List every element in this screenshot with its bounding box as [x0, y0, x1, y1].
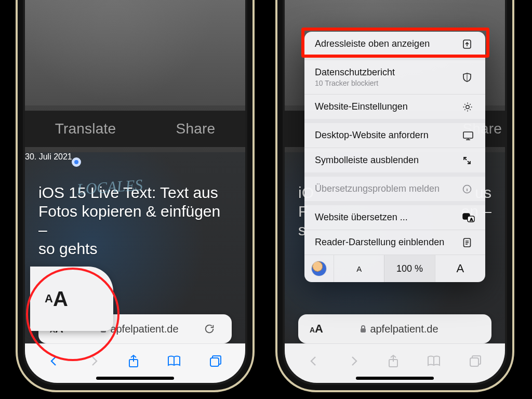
back-button [308, 355, 320, 367]
svg-rect-14 [470, 358, 478, 366]
share-button[interactable]: Share [176, 121, 216, 137]
share-icon [127, 354, 140, 368]
phone-left: Translate Share iOS 15 Live Text: Text a… [16, 0, 255, 392]
page-settings-aa-button[interactable]: AA [298, 322, 335, 336]
chevron-right-icon [88, 355, 100, 367]
svg-rect-5 [463, 132, 473, 138]
book-icon [167, 355, 181, 367]
chevron-left-icon [48, 355, 60, 367]
svg-point-4 [466, 105, 469, 108]
book-icon [427, 355, 441, 367]
profile-avatar[interactable] [304, 255, 334, 282]
page-settings-menu: Adressleiste oben anzeigen Datenschutzbe… [304, 32, 485, 282]
bookmarks-button[interactable] [167, 355, 181, 367]
action-band: Translate Share [25, 111, 245, 147]
lock-icon [360, 325, 367, 333]
chevron-right-icon [348, 355, 360, 367]
zoom-decrease[interactable]: A [334, 255, 384, 282]
menu-item-translate-website[interactable]: Website übersetzen ... 文 A [304, 201, 485, 230]
tabs-icon [209, 354, 222, 368]
info-icon [462, 184, 476, 194]
share-button-toolbar[interactable] [127, 354, 140, 368]
page-settings-aa-button-enlarged[interactable]: AA [30, 267, 113, 331]
reader-icon [462, 237, 476, 248]
forward-button [88, 355, 100, 367]
home-indicator [96, 377, 174, 380]
move-to-top-icon [462, 39, 476, 49]
svg-rect-12 [361, 328, 366, 332]
menu-item-address-bar-top[interactable]: Adressleiste oben anzeigen [304, 32, 485, 56]
translate-icon: 文 A [462, 213, 476, 222]
home-indicator [356, 377, 434, 380]
share-button-toolbar [387, 354, 400, 368]
reload-icon [204, 323, 215, 335]
address-bar[interactable]: AA apfelpatient.de · [298, 314, 491, 343]
phone-right: . Share iO us F en – s Adressleiste obe [275, 0, 514, 392]
svg-text:A: A [470, 217, 473, 221]
expand-icon [462, 156, 476, 165]
bookmarks-button [427, 355, 441, 367]
bottom-toolbar [285, 343, 505, 383]
forward-button [348, 355, 360, 367]
tabs-button [469, 354, 482, 368]
svg-rect-13 [389, 360, 397, 367]
hero-image [25, 0, 245, 105]
zoom-increase[interactable]: A [435, 255, 485, 282]
menu-item-privacy-report[interactable]: Datenschutzbericht 10 Tracker blockiert [304, 56, 485, 94]
url-display[interactable]: apfelpatient.de [335, 323, 463, 335]
tabs-icon [469, 354, 482, 368]
tabs-button[interactable] [209, 354, 222, 368]
webpage-content: . Share iO us F en – s Adressleiste obe [285, 0, 505, 383]
back-button[interactable] [48, 355, 60, 367]
webpage-content: Translate Share iOS 15 Live Text: Text a… [25, 0, 245, 383]
share-icon [387, 354, 400, 368]
translate-button[interactable]: Translate [55, 121, 116, 137]
reload-button[interactable] [204, 323, 232, 335]
svg-rect-2 [210, 358, 219, 366]
shield-icon [462, 72, 476, 83]
gear-icon [462, 102, 476, 112]
desktop-icon [462, 131, 476, 140]
menu-item-hide-toolbar[interactable]: Symbolleiste ausblenden [304, 148, 485, 172]
zoom-row: A 100 % A [304, 255, 485, 282]
menu-item-show-reader[interactable]: Reader-Darstellung einblenden [304, 230, 485, 255]
menu-item-request-desktop[interactable]: Desktop-Website anfordern [304, 119, 485, 148]
menu-item-report-translation: Übersetzungsproblem melden [304, 172, 485, 201]
chevron-left-icon [308, 355, 320, 367]
menu-item-website-settings[interactable]: Website-Einstellungen [304, 94, 485, 119]
zoom-value: 100 % [384, 255, 434, 282]
